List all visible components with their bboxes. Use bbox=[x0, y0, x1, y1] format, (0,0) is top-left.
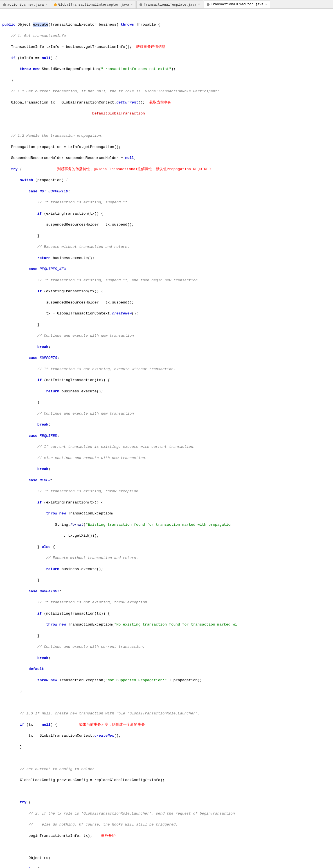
code-line: public Object execute(TransactionalExecu… bbox=[0, 22, 333, 28]
tab-globalinterceptor[interactable]: GlobalTransactionalInterceptor.java × bbox=[51, 1, 136, 8]
code-line: Propagation propagation = txInfo.getProp… bbox=[0, 144, 333, 150]
code-line: default: bbox=[0, 666, 333, 672]
code-line: if (existingTransaction(tx)) { bbox=[0, 500, 333, 505]
code-line: DefaultGlobalTransaction bbox=[0, 111, 333, 117]
code-line: throw new ShouldNeverHappenException("tr… bbox=[0, 66, 333, 72]
code-line: break; bbox=[0, 422, 333, 428]
code-line bbox=[0, 700, 333, 706]
code-line: // If transaction is existing, suspend i… bbox=[0, 278, 333, 283]
code-line: // 2. If the tx role is 'GlobalTransacti… bbox=[0, 811, 333, 816]
code-line: } bbox=[0, 744, 333, 750]
tab-bar[interactable]: actionScanner.java × GlobalTransactional… bbox=[0, 0, 333, 9]
code-line: // 1.1 Get current transaction, if not n… bbox=[0, 89, 333, 94]
code-line: if (tx == null) { 如果当前事务为空，则创建一个新的事务 bbox=[0, 722, 333, 727]
code-line: , tx.getXid())); bbox=[0, 533, 333, 539]
code-line: if (existingTransaction(tx)) { bbox=[0, 288, 333, 294]
code-line: try { bbox=[0, 800, 333, 805]
code-line: try { 判断事务的传播特性，@GlobalTransactional注解属性… bbox=[0, 166, 333, 172]
code-line: GlobalLockConfig previousConfig = replac… bbox=[0, 777, 333, 783]
code-line: try { bbox=[0, 866, 333, 868]
tab-actionscanner[interactable]: actionScanner.java × bbox=[0, 1, 50, 8]
code-line: // Continue and execute with new transac… bbox=[0, 411, 333, 416]
code-line: return business.execute(); bbox=[0, 389, 333, 394]
code-line: switch (propagation) { bbox=[0, 178, 333, 183]
code-line: // If transaction is existing, throw exc… bbox=[0, 489, 333, 494]
code-line: } bbox=[0, 322, 333, 328]
code-line: // 1. Get transactionInfo bbox=[0, 33, 333, 39]
code-line: // set current tx config to holder bbox=[0, 767, 333, 772]
code-line bbox=[0, 844, 333, 850]
code-line: case NOT_SUPPORTED: bbox=[0, 189, 333, 194]
code-line bbox=[0, 789, 333, 794]
code-line: } bbox=[0, 633, 333, 639]
code-line: case REQUIRED: bbox=[0, 433, 333, 439]
code-line: String.format("Existing transaction foun… bbox=[0, 522, 333, 528]
close-icon[interactable]: × bbox=[265, 2, 267, 7]
code-line: return business.execute(); bbox=[0, 566, 333, 572]
code-line: Object rs; bbox=[0, 855, 333, 861]
close-icon[interactable]: × bbox=[46, 2, 48, 7]
code-line: tx = GlobalTransactionContext.createNew(… bbox=[0, 311, 333, 316]
close-icon[interactable]: × bbox=[198, 2, 200, 7]
code-line: if (notExistingTransaction(tx)) { bbox=[0, 377, 333, 383]
close-icon[interactable]: × bbox=[131, 2, 133, 7]
code-line: // 1.3 If null, create new transaction w… bbox=[0, 711, 333, 716]
code-line: } bbox=[0, 233, 333, 239]
code-line: case MANDATORY: bbox=[0, 589, 333, 594]
code-line: // 1.2 Handle the transaction propagatio… bbox=[0, 133, 333, 139]
code-line bbox=[0, 755, 333, 761]
code-line: throw new TransactionException("No exist… bbox=[0, 622, 333, 627]
code-line: // If transaction is existing, suspend i… bbox=[0, 200, 333, 205]
tab-transactionaltemplate[interactable]: TransactionalTemplate.java × bbox=[137, 1, 203, 8]
code-line: throw new TransactionException( bbox=[0, 511, 333, 517]
code-line: TransactionInfo txInfo = business.getTra… bbox=[0, 44, 333, 50]
tab-label: TransactionalExecutor.java bbox=[211, 2, 264, 7]
code-line: case NEVER: bbox=[0, 477, 333, 483]
code-line: GlobalTransaction tx = GlobalTransaction… bbox=[0, 100, 333, 105]
code-line: // Execute without transaction and retur… bbox=[0, 244, 333, 250]
code-line: throw new TransactionException("Not Supp… bbox=[0, 678, 333, 683]
code-line: // Execute without transaction and retur… bbox=[0, 555, 333, 561]
code-line: } bbox=[0, 400, 333, 405]
code-line: if (existingTransaction(tx)) { bbox=[0, 211, 333, 217]
code-line: // If current transaction is existing, e… bbox=[0, 444, 333, 450]
code-line: break; bbox=[0, 466, 333, 472]
tab-transactionalexecutor[interactable]: TransactionalExecutor.java × bbox=[204, 1, 270, 8]
tab-label: GlobalTransactionalInterceptor.java bbox=[58, 2, 129, 7]
code-line: tx = GlobalTransactionContext.createNew(… bbox=[0, 733, 333, 739]
code-line: case SUPPORTS: bbox=[0, 355, 333, 361]
code-line: // else continue and execute with new tr… bbox=[0, 455, 333, 461]
code-line: break; bbox=[0, 344, 333, 350]
code-line: suspendedResourcesHolder = tx.suspend(); bbox=[0, 222, 333, 227]
code-line: case REQUIRES_NEW: bbox=[0, 266, 333, 272]
code-line: return business.execute(); bbox=[0, 255, 333, 261]
code-line: // else do nothing. Of course, the hooks… bbox=[0, 822, 333, 828]
code-line: } bbox=[0, 578, 333, 583]
code-line: SuspendedResourcesHolder suspendedResour… bbox=[0, 155, 333, 161]
code-line: } else { bbox=[0, 544, 333, 550]
code-line: beginTransaction(txInfo, tx); 事务开始 bbox=[0, 833, 333, 839]
code-line: // If transaction is not existing, throw… bbox=[0, 600, 333, 605]
tab-label: TransactionalTemplate.java bbox=[144, 2, 196, 7]
code-line: if (notExistingTransaction(tx)) { bbox=[0, 611, 333, 617]
code-area: public Object execute(TransactionalExecu… bbox=[0, 9, 333, 868]
tab-label: actionScanner.java bbox=[7, 2, 44, 7]
code-line: break; bbox=[0, 655, 333, 661]
code-line: // Continue and execute with new transac… bbox=[0, 333, 333, 339]
code-line: // Continue and execute with current tra… bbox=[0, 644, 333, 650]
code-line: } bbox=[0, 78, 333, 83]
code-line bbox=[0, 122, 333, 128]
code-line: suspendedResourcesHolder = tx.suspend(); bbox=[0, 300, 333, 306]
code-line: if (txInfo == null) { bbox=[0, 55, 333, 61]
code-line: // If transaction is not existing, execu… bbox=[0, 367, 333, 372]
code-line: } bbox=[0, 688, 333, 694]
